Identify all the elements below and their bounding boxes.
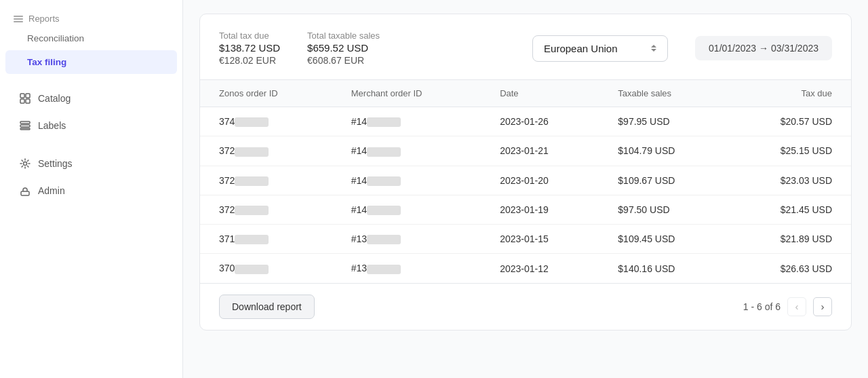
- tax-filing-label: Tax filing: [27, 57, 66, 67]
- table-row: 372••••• #14••••• 2023-01-19 $97.50 USD …: [200, 195, 851, 224]
- total-tax-due-eur: €128.02 EUR: [219, 55, 280, 66]
- orders-table: Zonos order ID Merchant order ID Date Ta…: [200, 80, 851, 283]
- reconciliation-label: Reconciliation: [27, 33, 84, 43]
- download-report-button[interactable]: Download report: [219, 295, 315, 319]
- table-row: 372••••• #14••••• 2023-01-20 $109.67 USD…: [200, 166, 851, 195]
- col-tax-due: Tax due: [728, 80, 851, 107]
- main-content: Total tax due $138.72 USD €128.02 EUR To…: [183, 0, 868, 378]
- cell-tax-due: $21.89 USD: [728, 225, 851, 254]
- svg-rect-4: [20, 121, 30, 124]
- cell-zonos-id: 370••••: [200, 254, 332, 283]
- sidebar-item-catalog[interactable]: Catalog: [5, 86, 177, 111]
- sidebar-item-reconciliation[interactable]: Reconciliation: [5, 26, 177, 50]
- region-text: European Union: [544, 43, 617, 54]
- cell-merchant-id: #14•••••: [332, 166, 481, 195]
- settings-icon: [19, 157, 31, 170]
- cell-tax-due: $20.57 USD: [728, 107, 851, 136]
- cell-zonos-id: 372•••••: [200, 136, 332, 166]
- col-zonos-order-id: Zonos order ID: [200, 80, 332, 107]
- cell-merchant-id: #14•••••: [332, 107, 481, 136]
- table-row: 371••••• #13•••••• 2023-01-15 $109.45 US…: [200, 225, 851, 254]
- admin-icon: [19, 185, 31, 197]
- svg-rect-8: [21, 191, 29, 195]
- cell-date: 2023-01-19: [481, 195, 599, 224]
- pagination-text: 1 - 6 of 6: [743, 301, 781, 312]
- cell-date: 2023-01-21: [481, 136, 599, 166]
- sidebar-item-tax-filing[interactable]: Tax filing: [5, 50, 177, 74]
- prev-page-button[interactable]: ‹: [787, 297, 806, 316]
- table-row: 372••••• #14•••••• 2023-01-21 $104.79 US…: [200, 136, 851, 166]
- cell-zonos-id: 372•••••: [200, 195, 332, 224]
- cell-zonos-id: 371•••••: [200, 225, 332, 254]
- labels-label: Labels: [38, 120, 66, 131]
- total-taxable-sales-eur: €608.67 EUR: [307, 55, 380, 66]
- svg-rect-2: [20, 99, 24, 103]
- cell-date: 2023-01-12: [481, 254, 599, 283]
- settings-label: Settings: [38, 158, 73, 169]
- cell-taxable-sales: $97.50 USD: [599, 195, 728, 224]
- catalog-label: Catalog: [38, 93, 71, 104]
- catalog-icon: [19, 92, 31, 105]
- pagination: 1 - 6 of 6 ‹ ›: [743, 297, 832, 316]
- total-tax-due-usd: $138.72 USD: [219, 42, 280, 54]
- cell-date: 2023-01-20: [481, 166, 599, 195]
- col-taxable-sales: Taxable sales: [599, 80, 728, 107]
- card-footer: Download report 1 - 6 of 6 ‹ ›: [200, 283, 851, 330]
- cell-merchant-id: #13•••••: [332, 254, 481, 283]
- svg-rect-6: [20, 128, 30, 130]
- cell-tax-due: $23.03 USD: [728, 166, 851, 195]
- sidebar-section-label-text: Reports: [28, 14, 60, 24]
- cell-merchant-id: #14•••••: [332, 195, 481, 224]
- sidebar: Reports Reconciliation Tax filing Catalo…: [0, 0, 183, 378]
- table-row: 370•••• #13••••• 2023-01-12 $140.16 USD …: [200, 254, 851, 283]
- cell-taxable-sales: $140.16 USD: [599, 254, 728, 283]
- cell-taxable-sales: $109.45 USD: [599, 225, 728, 254]
- cell-date: 2023-01-26: [481, 107, 599, 136]
- chevron-updown-icon: [651, 45, 656, 52]
- cell-zonos-id: 374••••••: [200, 107, 332, 136]
- total-tax-due-label: Total tax due: [219, 31, 280, 41]
- sidebar-item-admin[interactable]: Admin: [5, 178, 177, 204]
- cell-taxable-sales: $97.95 USD: [599, 107, 728, 136]
- sidebar-item-labels[interactable]: Labels: [5, 113, 177, 138]
- table-header-row: Zonos order ID Merchant order ID Date Ta…: [200, 80, 851, 107]
- cell-taxable-sales: $109.67 USD: [599, 166, 728, 195]
- cell-taxable-sales: $104.79 USD: [599, 136, 728, 166]
- svg-rect-0: [20, 94, 24, 98]
- cell-merchant-id: #13••••••: [332, 225, 481, 254]
- cell-date: 2023-01-15: [481, 225, 599, 254]
- cell-zonos-id: 372•••••: [200, 166, 332, 195]
- sidebar-item-settings[interactable]: Settings: [5, 151, 177, 176]
- svg-rect-5: [20, 125, 30, 127]
- total-taxable-sales-usd: $659.52 USD: [307, 42, 380, 54]
- admin-label: Admin: [38, 185, 65, 196]
- date-range: 01/01/2023 → 03/31/2023: [695, 36, 832, 60]
- card-header: Total tax due $138.72 USD €128.02 EUR To…: [200, 14, 851, 80]
- total-taxable-sales-block: Total taxable sales $659.52 USD €608.67 …: [307, 31, 380, 66]
- region-selector[interactable]: European Union: [532, 35, 668, 62]
- col-merchant-order-id: Merchant order ID: [332, 80, 481, 107]
- svg-rect-3: [26, 99, 30, 103]
- orders-table-wrap: Zonos order ID Merchant order ID Date Ta…: [200, 80, 851, 283]
- cell-tax-due: $21.45 USD: [728, 195, 851, 224]
- labels-icon: [19, 119, 31, 132]
- svg-rect-1: [26, 94, 30, 98]
- sidebar-section: Reports: [0, 8, 182, 26]
- cell-merchant-id: #14••••••: [332, 136, 481, 166]
- col-date: Date: [481, 80, 599, 107]
- cell-tax-due: $25.15 USD: [728, 136, 851, 166]
- tax-filing-card: Total tax due $138.72 USD €128.02 EUR To…: [199, 14, 852, 330]
- next-page-button[interactable]: ›: [813, 297, 832, 316]
- total-taxable-sales-label: Total taxable sales: [307, 31, 380, 41]
- cell-tax-due: $26.63 USD: [728, 254, 851, 283]
- reports-icon: [14, 16, 23, 22]
- total-tax-due-block: Total tax due $138.72 USD €128.02 EUR: [219, 31, 280, 66]
- svg-point-7: [24, 162, 27, 166]
- table-row: 374•••••• #14••••• 2023-01-26 $97.95 USD…: [200, 107, 851, 136]
